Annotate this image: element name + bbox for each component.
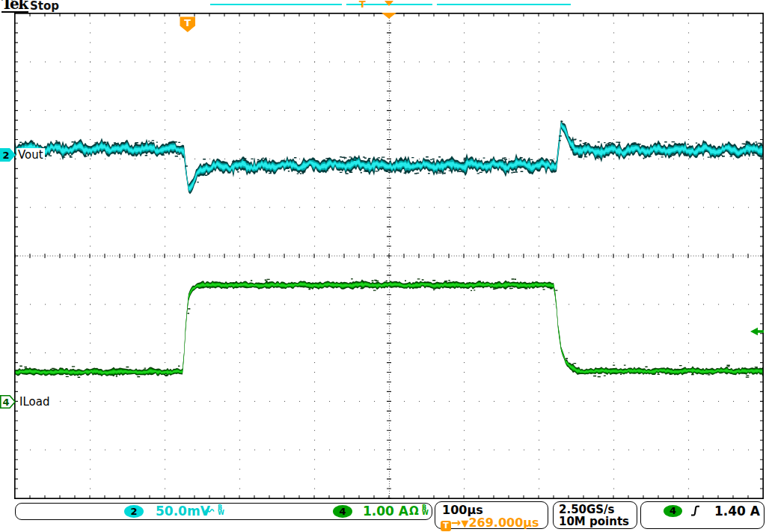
horizontal-readout-box[interactable]: 100µs T→▼269.000µs [435,501,548,529]
rising-edge-icon [690,504,700,518]
record-bar-segment [437,4,571,5]
trigger-t-glyph: T [184,17,191,28]
trigger-delay-readout: T→▼269.000µs [441,516,539,531]
ch4-arrow-badge[interactable]: 4 [0,394,16,409]
trigger-level-arrow-icon[interactable] [749,325,765,337]
delay-arrow-glyph: → [451,516,461,530]
ch2-coupling-icon [204,507,216,516]
record-bar-trigger-t-icon: T [359,0,366,10]
channel-readout-box[interactable]: 2 50.0mV BW 4 1.00 A Ω BW [15,503,432,520]
record-bar-expansion-icon [384,1,393,6]
record-length-readout: 10M points [559,516,629,528]
ch2-badge-number: 2 [2,150,9,161]
expansion-point-icon [381,13,397,19]
acquisition-readout-box[interactable]: 2.50GS/s 10M points [553,501,637,529]
ch2-label: Vout [16,148,45,162]
ch2-bandwidth-limit-tag: BW [218,506,224,516]
ch2-scale-readout: 50.0mV [156,504,210,519]
timebase-readout: 100µs [442,504,483,516]
trigger-readout-box[interactable]: 4 1.40 A [640,501,765,529]
waveform-iload [15,281,763,375]
trigger-position-marker[interactable]: T [180,16,196,33]
ch4-omega-icon: Ω [409,504,419,519]
graticule-and-waveforms [14,13,764,499]
delay-marker-glyph: ▼ [461,518,468,529]
acquisition-status: Stop [30,0,59,13]
ch2-badge: 2 [124,505,144,518]
waveform-iload [15,279,763,376]
scope-screen: Tek Stop T T 2 Vout 4 ILoad 2 50.0mV [0,0,766,532]
trigger-delay-t-icon: T [441,521,451,531]
trigger-source-badge: 4 [664,505,682,517]
ch4-scale-readout: 1.00 A [363,504,408,519]
ch4-label: ILoad [18,395,51,409]
record-bar-segment [210,4,342,5]
ch2-arrow-badge[interactable]: 2 [0,147,16,162]
ch4-bandwidth-limit-tag: BW [422,506,429,516]
ch4-badge: 4 [333,505,352,518]
delay-value: 269.000µs [468,516,539,530]
tek-logo: Tek [1,0,28,13]
trigger-level-readout: 1.40 A [714,505,760,518]
ch4-badge-number: 4 [2,397,9,408]
